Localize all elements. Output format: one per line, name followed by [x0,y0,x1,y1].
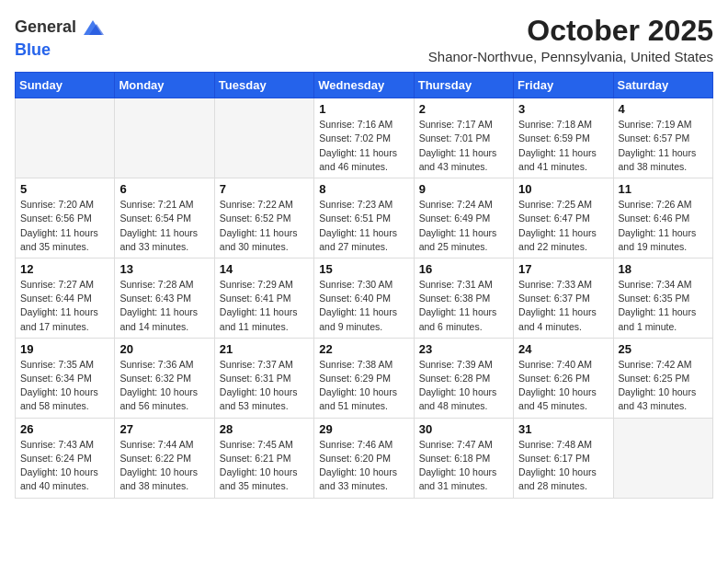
day-number: 8 [319,182,408,196]
calendar-week-row: 1Sunrise: 7:16 AM Sunset: 7:02 PM Daylig… [16,98,713,178]
day-info: Sunrise: 7:22 AM Sunset: 6:52 PM Dayligh… [220,198,309,254]
day-info: Sunrise: 7:27 AM Sunset: 6:44 PM Dayligh… [20,278,109,334]
calendar-cell: 17Sunrise: 7:33 AM Sunset: 6:37 PM Dayli… [514,258,613,338]
weekday-header-friday: Friday [514,73,613,98]
day-number: 14 [220,262,309,276]
calendar-cell: 6Sunrise: 7:21 AM Sunset: 6:54 PM Daylig… [115,178,214,259]
logo-icon [80,15,106,40]
calendar-cell: 5Sunrise: 7:20 AM Sunset: 6:56 PM Daylig… [16,178,115,259]
weekday-header-sunday: Sunday [16,73,115,98]
day-info: Sunrise: 7:29 AM Sunset: 6:41 PM Dayligh… [220,278,309,334]
day-info: Sunrise: 7:46 AM Sunset: 6:20 PM Dayligh… [319,438,408,494]
day-number: 26 [20,422,109,436]
day-number: 25 [619,342,708,356]
calendar-cell [16,98,115,178]
calendar-cell: 18Sunrise: 7:34 AM Sunset: 6:35 PM Dayli… [613,258,712,338]
logo-general: General [15,17,76,38]
day-number: 9 [419,182,508,196]
calendar-cell: 27Sunrise: 7:44 AM Sunset: 6:22 PM Dayli… [115,418,214,498]
weekday-header-tuesday: Tuesday [214,73,313,98]
weekday-header-row: SundayMondayTuesdayWednesdayThursdayFrid… [16,73,713,98]
day-info: Sunrise: 7:19 AM Sunset: 6:57 PM Dayligh… [619,118,708,174]
calendar-cell: 22Sunrise: 7:38 AM Sunset: 6:29 PM Dayli… [314,338,414,418]
logo-blue: Blue [15,40,106,61]
day-number: 22 [319,342,408,356]
day-info: Sunrise: 7:16 AM Sunset: 7:02 PM Dayligh… [319,118,408,174]
calendar-cell: 21Sunrise: 7:37 AM Sunset: 6:31 PM Dayli… [214,338,313,418]
day-number: 3 [518,102,608,116]
day-info: Sunrise: 7:47 AM Sunset: 6:18 PM Dayligh… [419,438,508,494]
day-number: 5 [20,182,109,196]
day-number: 17 [518,262,608,276]
day-info: Sunrise: 7:48 AM Sunset: 6:17 PM Dayligh… [518,438,608,494]
calendar-week-row: 5Sunrise: 7:20 AM Sunset: 6:56 PM Daylig… [16,178,713,259]
day-number: 21 [220,342,309,356]
day-info: Sunrise: 7:31 AM Sunset: 6:38 PM Dayligh… [419,278,508,334]
day-number: 11 [619,182,708,196]
day-number: 29 [319,422,408,436]
calendar-cell: 25Sunrise: 7:42 AM Sunset: 6:25 PM Dayli… [613,338,712,418]
day-number: 10 [518,182,608,196]
day-info: Sunrise: 7:25 AM Sunset: 6:47 PM Dayligh… [518,198,608,254]
location: Shanor-Northvue, Pennsylvania, United St… [428,49,713,64]
day-info: Sunrise: 7:36 AM Sunset: 6:32 PM Dayligh… [119,358,209,414]
calendar-cell: 1Sunrise: 7:16 AM Sunset: 7:02 PM Daylig… [314,98,414,178]
day-number: 24 [518,342,608,356]
day-info: Sunrise: 7:30 AM Sunset: 6:40 PM Dayligh… [319,278,408,334]
day-info: Sunrise: 7:40 AM Sunset: 6:26 PM Dayligh… [518,358,608,414]
calendar-cell: 9Sunrise: 7:24 AM Sunset: 6:49 PM Daylig… [414,178,513,259]
calendar-cell: 2Sunrise: 7:17 AM Sunset: 7:01 PM Daylig… [414,98,513,178]
calendar-week-row: 19Sunrise: 7:35 AM Sunset: 6:34 PM Dayli… [16,338,713,418]
calendar-cell: 24Sunrise: 7:40 AM Sunset: 6:26 PM Dayli… [514,338,613,418]
day-number: 12 [20,262,109,276]
day-number: 23 [419,342,508,356]
calendar-cell: 14Sunrise: 7:29 AM Sunset: 6:41 PM Dayli… [214,258,313,338]
day-number: 28 [220,422,309,436]
day-number: 6 [119,182,209,196]
page-header: General Blue October 2025 Shanor-Northvu… [15,15,713,64]
calendar-week-row: 12Sunrise: 7:27 AM Sunset: 6:44 PM Dayli… [16,258,713,338]
day-number: 16 [419,262,508,276]
day-info: Sunrise: 7:26 AM Sunset: 6:46 PM Dayligh… [619,198,708,254]
calendar-cell: 3Sunrise: 7:18 AM Sunset: 6:59 PM Daylig… [514,98,613,178]
calendar-cell [214,98,313,178]
day-info: Sunrise: 7:28 AM Sunset: 6:43 PM Dayligh… [119,278,209,334]
month-title: October 2025 [428,15,713,47]
calendar-cell [115,98,214,178]
day-info: Sunrise: 7:45 AM Sunset: 6:21 PM Dayligh… [220,438,309,494]
calendar-cell: 30Sunrise: 7:47 AM Sunset: 6:18 PM Dayli… [414,418,513,498]
day-info: Sunrise: 7:44 AM Sunset: 6:22 PM Dayligh… [119,438,209,494]
day-info: Sunrise: 7:43 AM Sunset: 6:24 PM Dayligh… [20,438,109,494]
calendar-cell: 20Sunrise: 7:36 AM Sunset: 6:32 PM Dayli… [115,338,214,418]
calendar-table: SundayMondayTuesdayWednesdayThursdayFrid… [15,72,713,498]
weekday-header-thursday: Thursday [414,73,513,98]
calendar-cell: 13Sunrise: 7:28 AM Sunset: 6:43 PM Dayli… [115,258,214,338]
day-info: Sunrise: 7:33 AM Sunset: 6:37 PM Dayligh… [518,278,608,334]
day-number: 30 [419,422,508,436]
calendar-cell: 31Sunrise: 7:48 AM Sunset: 6:17 PM Dayli… [514,418,613,498]
day-info: Sunrise: 7:17 AM Sunset: 7:01 PM Dayligh… [419,118,508,174]
day-number: 2 [419,102,508,116]
calendar-cell: 23Sunrise: 7:39 AM Sunset: 6:28 PM Dayli… [414,338,513,418]
calendar-cell: 7Sunrise: 7:22 AM Sunset: 6:52 PM Daylig… [214,178,313,259]
day-number: 18 [619,262,708,276]
calendar-cell [613,418,712,498]
calendar-cell: 10Sunrise: 7:25 AM Sunset: 6:47 PM Dayli… [514,178,613,259]
day-number: 15 [319,262,408,276]
day-info: Sunrise: 7:35 AM Sunset: 6:34 PM Dayligh… [20,358,109,414]
calendar-cell: 29Sunrise: 7:46 AM Sunset: 6:20 PM Dayli… [314,418,414,498]
calendar-cell: 15Sunrise: 7:30 AM Sunset: 6:40 PM Dayli… [314,258,414,338]
day-number: 13 [119,262,209,276]
calendar-cell: 26Sunrise: 7:43 AM Sunset: 6:24 PM Dayli… [16,418,115,498]
calendar-cell: 12Sunrise: 7:27 AM Sunset: 6:44 PM Dayli… [16,258,115,338]
day-number: 31 [518,422,608,436]
day-info: Sunrise: 7:23 AM Sunset: 6:51 PM Dayligh… [319,198,408,254]
calendar-cell: 4Sunrise: 7:19 AM Sunset: 6:57 PM Daylig… [613,98,712,178]
day-info: Sunrise: 7:39 AM Sunset: 6:28 PM Dayligh… [419,358,508,414]
day-info: Sunrise: 7:21 AM Sunset: 6:54 PM Dayligh… [119,198,209,254]
calendar-cell: 16Sunrise: 7:31 AM Sunset: 6:38 PM Dayli… [414,258,513,338]
day-number: 19 [20,342,109,356]
logo: General Blue [15,15,106,61]
day-info: Sunrise: 7:18 AM Sunset: 6:59 PM Dayligh… [518,118,608,174]
day-number: 1 [319,102,408,116]
